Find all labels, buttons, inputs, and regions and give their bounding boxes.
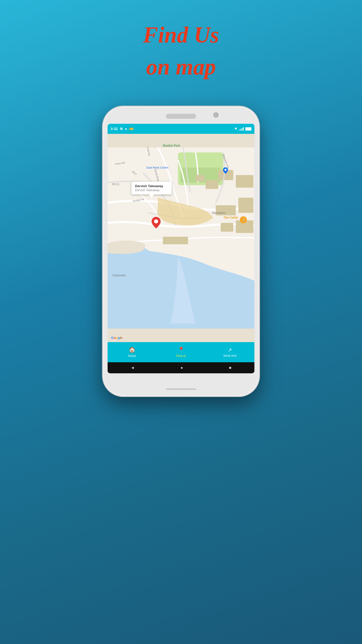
- share-icon: ↗: [228, 347, 232, 353]
- b9131-label: B9131: [112, 183, 119, 186]
- home-icon: 🏠: [129, 347, 135, 353]
- phone-device: 3:32 ⚙ ● 🎫 ▼: [103, 107, 259, 396]
- title-line2: on map: [143, 52, 219, 82]
- nav-home[interactable]: 🏠 Home: [108, 342, 157, 362]
- svg-rect-8: [238, 198, 253, 213]
- status-time: 3:32: [111, 127, 118, 131]
- centre-label: East Neuk Centre: [147, 166, 168, 169]
- nav-sendsms-label: Send sms: [223, 354, 237, 357]
- svg-point-13: [154, 219, 158, 223]
- status-right: ▼: [234, 127, 251, 131]
- status-bar: 3:32 ⚙ ● 🎫 ▼: [108, 124, 254, 134]
- cellar-label: The Cellar: [223, 216, 238, 219]
- google-logo: Google: [111, 336, 122, 340]
- nav-findus[interactable]: 📍 Find us: [157, 342, 206, 362]
- badge-icon: 🎫: [129, 127, 133, 131]
- svg-rect-11: [163, 237, 188, 244]
- east-neuk-pin: [223, 167, 228, 175]
- signal-icon: [239, 127, 244, 131]
- svg-rect-4: [196, 175, 204, 181]
- battery-icon: [245, 127, 251, 131]
- phone-camera: [213, 112, 219, 118]
- nav-home-label: Home: [128, 354, 136, 358]
- status-left: 3:32 ⚙ ● 🎫: [111, 127, 133, 131]
- nav-findus-label: Find us: [176, 354, 186, 358]
- cellar-marker: 🍴: [240, 216, 247, 223]
- backdykes-label: Backdykes: [212, 211, 225, 214]
- svg-rect-3: [206, 180, 218, 189]
- findus-icon: 📍: [178, 347, 185, 353]
- svg-rect-9: [221, 223, 233, 232]
- info-window-title: Dervish Takeaway: [135, 184, 168, 188]
- phone-speaker: [166, 114, 196, 119]
- back-button[interactable]: ◄: [130, 366, 134, 370]
- phone-screen: 3:32 ⚙ ● 🎫 ▼: [108, 124, 254, 373]
- phone-bottom-bar: [166, 388, 196, 390]
- gear-icon: ⚙: [120, 127, 123, 131]
- nav-bar: 🏠 Home 📍 Find us ↗ Send sms: [108, 342, 254, 362]
- map-info-window[interactable]: Dervish Takeaway Dervish Takeaway: [131, 182, 172, 194]
- android-nav: ◄ ● ■: [108, 362, 254, 373]
- svg-point-12: [224, 169, 227, 171]
- svg-rect-6: [236, 175, 253, 188]
- circle-icon: ●: [125, 127, 127, 131]
- location-pin[interactable]: [152, 217, 161, 229]
- park-label: Bankie Park: [163, 144, 180, 147]
- esplanade-label: Esplanade: [113, 274, 126, 277]
- nav-sendsms[interactable]: ↗ Send sms: [205, 342, 254, 362]
- recent-button[interactable]: ■: [229, 366, 232, 370]
- home-button[interactable]: ●: [180, 366, 183, 370]
- page-title: Find Us on map: [143, 20, 219, 82]
- wifi-icon: ▼: [234, 127, 238, 131]
- info-window-subtitle: Dervish Takeaway: [135, 188, 168, 192]
- title-line1: Find Us: [143, 20, 219, 50]
- map-area[interactable]: Bankie Park East Neuk Centre Anstruther …: [108, 134, 254, 342]
